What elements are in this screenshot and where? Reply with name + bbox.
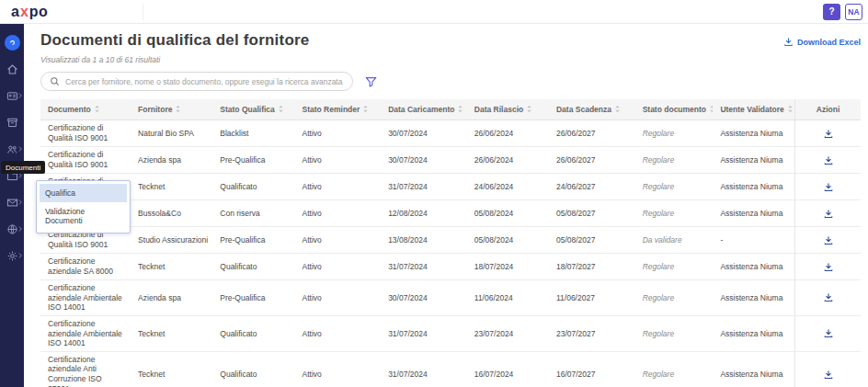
- column-header-stato-reminder[interactable]: Stato Reminder: [294, 99, 381, 120]
- cell-data-caricamento: 31/07/2024: [381, 351, 467, 387]
- download-document-button[interactable]: [821, 154, 836, 167]
- column-header-stato-documento[interactable]: Stato documento: [635, 99, 714, 120]
- help-button[interactable]: ?: [823, 4, 840, 20]
- cell-data-scadenza: 16/07/2027: [549, 351, 635, 387]
- column-label: Stato documento: [643, 105, 706, 114]
- table-row: Certificazione aziendale Anti Corruzione…: [40, 351, 861, 387]
- cell-stato-documento: Regolare: [635, 200, 714, 227]
- filter-button[interactable]: [364, 75, 378, 88]
- cell-stato-qualifica: Qualificato: [212, 254, 294, 280]
- table-header: DocumentoFornitoreStato QualificaStato R…: [40, 99, 861, 120]
- cell-azioni: [795, 254, 861, 280]
- download-excel-link[interactable]: Download Excel: [783, 37, 861, 47]
- download-document-button[interactable]: [821, 326, 836, 340]
- cell-stato-documento: Regolare: [635, 351, 714, 387]
- flyout-item-validazione-documenti[interactable]: Validazione Documenti: [40, 202, 127, 230]
- cell-azioni: [795, 200, 861, 227]
- cell-azioni: [795, 120, 861, 147]
- cell-data-scadenza: 26/06/2027: [549, 120, 635, 147]
- cell-stato-reminder: Attivo: [294, 227, 381, 254]
- download-document-button[interactable]: [821, 233, 836, 247]
- sidebar-item-portal[interactable]: [0, 222, 24, 236]
- dashboard-icon: [5, 35, 20, 51]
- results-info: Visualizzati da 1 a 10 di 61 risultati: [40, 55, 861, 64]
- search-input[interactable]: [65, 77, 344, 86]
- cell-utente-validatore: Assistenza Niuma: [713, 254, 794, 280]
- column-label: Data Scadenza: [556, 105, 611, 114]
- column-header-data-rilascio[interactable]: Data Rilascio: [467, 99, 549, 120]
- sort-icon: [457, 105, 463, 113]
- settings-icon: [6, 250, 18, 262]
- download-icon: [783, 37, 794, 47]
- cell-stato-reminder: Attivo: [294, 315, 381, 351]
- cell-data-scadenza: 24/06/2027: [549, 174, 635, 200]
- chevron-right-icon: [18, 199, 23, 206]
- cell-stato-qualifica: Pre-Qualifica: [212, 280, 294, 316]
- cell-utente-validatore: Assistenza Niuma: [713, 174, 794, 200]
- sort-icon: [526, 105, 532, 113]
- sort-icon: [787, 105, 794, 113]
- cell-stato-qualifica: Pre-Qualifica: [212, 147, 294, 174]
- cell-data-caricamento: 31/07/2024: [381, 315, 467, 351]
- cell-data-rilascio: 26/06/2024: [467, 120, 549, 147]
- sidebar-item-dashboard[interactable]: [0, 35, 24, 50]
- cell-stato-reminder: Attivo: [294, 147, 381, 174]
- table-row: Certificazione di Qualità ISO 9001Studio…: [40, 227, 861, 254]
- download-document-button[interactable]: [821, 207, 836, 221]
- cell-data-caricamento: 30/07/2024: [381, 147, 467, 174]
- cell-stato-documento: Regolare: [635, 315, 714, 351]
- table-row: Certificazione di Qualità ISO 9001Teckne…: [40, 174, 861, 200]
- cell-stato-reminder: Attivo: [294, 280, 381, 316]
- search-bar: [40, 72, 353, 91]
- download-document-button[interactable]: [821, 368, 836, 381]
- sort-icon: [362, 105, 369, 113]
- cell-documento: Certificazione aziendale SA 8000: [40, 254, 131, 280]
- column-header-stato-qualifica[interactable]: Stato Qualifica: [212, 99, 294, 120]
- documents-flyout: QualificaValidazione Documenti: [36, 180, 131, 233]
- cell-fornitore: Tecknet: [131, 174, 212, 200]
- column-header-data-caricamento[interactable]: Data Caricamento: [381, 99, 467, 120]
- cell-documento: Certificazione di Qualità ISO 9001: [40, 147, 131, 174]
- search-icon: [50, 76, 60, 86]
- download-document-button[interactable]: [821, 260, 836, 274]
- cell-stato-qualifica: Pre-Qualifica: [212, 227, 294, 254]
- download-icon: [823, 262, 834, 272]
- flyout-item-qualifica[interactable]: Qualifica: [40, 184, 127, 202]
- cell-data-scadenza: 18/07/2027: [549, 254, 635, 280]
- cell-fornitore: Tecknet: [131, 351, 212, 387]
- sidebar-item-suppliers[interactable]: [0, 142, 24, 156]
- cell-documento: Certificazione aziendale Anti Corruzione…: [40, 351, 131, 387]
- column-header-utente-validatore[interactable]: Utente Validatore: [713, 99, 794, 120]
- column-header-documento[interactable]: Documento: [40, 99, 131, 120]
- download-document-button[interactable]: [821, 127, 836, 141]
- sidebar-item-settings[interactable]: [0, 248, 24, 263]
- cell-azioni: [795, 315, 861, 351]
- axpo-logo[interactable]: axpo: [11, 4, 48, 20]
- cell-documento: Certificazione aziendale Ambientale ISO …: [40, 280, 131, 316]
- sidebar-item-messages[interactable]: [0, 195, 24, 210]
- logo-text-post: po: [29, 4, 49, 19]
- cell-stato-documento: Regolare: [635, 120, 714, 147]
- column-header-data-scadenza[interactable]: Data Scadenza: [549, 99, 635, 120]
- download-icon: [823, 182, 834, 192]
- globe-icon: [6, 223, 18, 235]
- cell-stato-qualifica: Qualificato: [212, 351, 294, 387]
- cell-utente-validatore: Assistenza Niuma: [713, 351, 794, 387]
- chevron-right-icon: [18, 253, 23, 259]
- column-header-azioni[interactable]: Azioni: [795, 99, 861, 120]
- table-row: Certificazione di Qualità ISO 9001Natura…: [40, 120, 861, 147]
- user-avatar[interactable]: NA: [845, 4, 862, 20]
- table-row: Certificazione aziendale SA 8000TecknetQ…: [40, 254, 861, 280]
- cell-documento: Certificazione di Qualità ISO 9001: [40, 120, 131, 147]
- column-label: Azioni: [817, 105, 840, 114]
- sidebar-item-home[interactable]: [0, 62, 24, 76]
- filter-funnel-icon: [364, 75, 378, 88]
- cell-data-caricamento: 31/07/2024: [381, 174, 467, 200]
- column-header-fornitore[interactable]: Fornitore: [131, 99, 212, 120]
- cell-data-rilascio: 05/08/2024: [467, 227, 549, 254]
- sidebar-item-inbox[interactable]: [0, 115, 24, 130]
- download-document-button[interactable]: [821, 180, 836, 194]
- chevron-right-icon: [18, 146, 23, 153]
- download-document-button[interactable]: [821, 290, 836, 304]
- sidebar-item-registry[interactable]: [0, 88, 24, 103]
